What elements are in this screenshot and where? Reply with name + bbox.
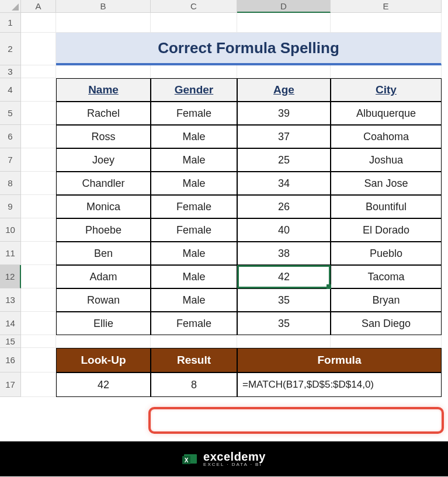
table-cell[interactable]: Male: [151, 288, 237, 312]
table-cell[interactable]: Adam: [56, 265, 151, 288]
lookup-formula[interactable]: =MATCH(B17,$D$5:$D$14,0): [237, 372, 442, 397]
row-header-2[interactable]: 2: [0, 33, 21, 65]
table-cell[interactable]: Female: [151, 218, 237, 242]
row-header-7[interactable]: 7: [0, 148, 21, 172]
cell-D1[interactable]: [237, 13, 331, 33]
cell-A5[interactable]: [21, 102, 56, 125]
row-header-4[interactable]: 4: [0, 78, 21, 102]
cell-A3[interactable]: [21, 65, 56, 78]
table-cell[interactable]: 42: [237, 265, 331, 288]
cell-A9[interactable]: [21, 195, 56, 218]
table-cell[interactable]: Rachel: [56, 102, 151, 125]
table-cell[interactable]: El Dorado: [331, 218, 442, 242]
table-cell[interactable]: Male: [151, 242, 237, 265]
cell-E15[interactable]: [331, 335, 442, 348]
cell-B15[interactable]: [56, 335, 151, 348]
cell-D3[interactable]: [237, 65, 331, 78]
row-header-13[interactable]: 13: [0, 288, 21, 312]
row-header-17[interactable]: 17: [0, 372, 21, 397]
table-cell[interactable]: Female: [151, 195, 237, 218]
table-cell[interactable]: Tacoma: [331, 265, 442, 288]
table-cell[interactable]: 40: [237, 218, 331, 242]
row-header-1[interactable]: 1: [0, 13, 21, 33]
select-all-corner[interactable]: [0, 0, 21, 13]
table-cell[interactable]: 39: [237, 102, 331, 125]
table-cell[interactable]: Ellie: [56, 312, 151, 335]
cell-E3[interactable]: [331, 65, 442, 78]
cell-C15[interactable]: [151, 335, 237, 348]
cell-A14[interactable]: [21, 312, 56, 335]
row-header-16[interactable]: 16: [0, 348, 21, 372]
table-cell[interactable]: Female: [151, 102, 237, 125]
footer: X exceldemy EXCEL · DATA · BI: [0, 441, 448, 476]
cell-B3[interactable]: [56, 65, 151, 78]
cell-E1[interactable]: [331, 13, 442, 33]
table-cell[interactable]: Albuquerque: [331, 102, 442, 125]
table-cell[interactable]: Male: [151, 148, 237, 172]
lookup-result[interactable]: 8: [151, 372, 237, 397]
cell-A15[interactable]: [21, 335, 56, 348]
table-cell[interactable]: San Diego: [331, 312, 442, 335]
col-header-A[interactable]: A: [21, 0, 56, 13]
table-cell[interactable]: 35: [237, 288, 331, 312]
table-cell[interactable]: Coahoma: [331, 125, 442, 148]
cell-A7[interactable]: [21, 148, 56, 172]
cell-D15[interactable]: [237, 335, 331, 348]
table-cell[interactable]: San Jose: [331, 172, 442, 195]
row-header-5[interactable]: 5: [0, 102, 21, 125]
table-cell[interactable]: 25: [237, 148, 331, 172]
table-cell[interactable]: Male: [151, 265, 237, 288]
cell-A13[interactable]: [21, 288, 56, 312]
col-header-E[interactable]: E: [331, 0, 442, 13]
table-cell[interactable]: 38: [237, 242, 331, 265]
cell-C3[interactable]: [151, 65, 237, 78]
cell-C1[interactable]: [151, 13, 237, 33]
table-cell[interactable]: Ben: [56, 242, 151, 265]
cell-A10[interactable]: [21, 218, 56, 242]
col-header-B[interactable]: B: [56, 0, 151, 13]
table-cell[interactable]: Joey: [56, 148, 151, 172]
row-header-15[interactable]: 15: [0, 335, 21, 348]
row-header-3[interactable]: 3: [0, 65, 21, 78]
col-header-C[interactable]: C: [151, 0, 237, 13]
cell-A6[interactable]: [21, 125, 56, 148]
cell-A11[interactable]: [21, 242, 56, 265]
row-header-11[interactable]: 11: [0, 242, 21, 265]
table-cell[interactable]: Chandler: [56, 172, 151, 195]
cell-A12[interactable]: [21, 265, 56, 288]
brand-tagline: EXCEL · DATA · BI: [203, 462, 266, 467]
row-header-9[interactable]: 9: [0, 195, 21, 218]
table-cell[interactable]: Bountiful: [331, 195, 442, 218]
row-header-12[interactable]: 12: [0, 265, 21, 288]
table-cell[interactable]: 35: [237, 312, 331, 335]
cell-A8[interactable]: [21, 172, 56, 195]
row-header-14[interactable]: 14: [0, 312, 21, 335]
table-cell[interactable]: 34: [237, 172, 331, 195]
table-cell[interactable]: Male: [151, 125, 237, 148]
lookup-header-formula: Formula: [237, 348, 442, 372]
logo-icon: X: [182, 451, 199, 467]
table-cell[interactable]: 37: [237, 125, 331, 148]
table-cell[interactable]: Female: [151, 312, 237, 335]
table-cell[interactable]: Rowan: [56, 288, 151, 312]
table-cell[interactable]: Joshua: [331, 148, 442, 172]
lookup-value[interactable]: 42: [56, 372, 151, 397]
table-cell[interactable]: Male: [151, 172, 237, 195]
col-header-D[interactable]: D: [237, 0, 331, 13]
cell-A16[interactable]: [21, 348, 56, 372]
table-cell[interactable]: 26: [237, 195, 331, 218]
cell-A17[interactable]: [21, 372, 56, 397]
cell-A2[interactable]: [21, 33, 56, 65]
table-cell[interactable]: Monica: [56, 195, 151, 218]
cell-B1[interactable]: [56, 13, 151, 33]
row-header-8[interactable]: 8: [0, 172, 21, 195]
row-header-10[interactable]: 10: [0, 218, 21, 242]
table-cell[interactable]: Bryan: [331, 288, 442, 312]
row-header-6[interactable]: 6: [0, 125, 21, 148]
table-cell[interactable]: Ross: [56, 125, 151, 148]
cell-A4[interactable]: [21, 78, 56, 102]
table-cell[interactable]: Pueblo: [331, 242, 442, 265]
cell-A1[interactable]: [21, 13, 56, 33]
lookup-header-lookup: Look-Up: [56, 348, 151, 372]
table-cell[interactable]: Phoebe: [56, 218, 151, 242]
